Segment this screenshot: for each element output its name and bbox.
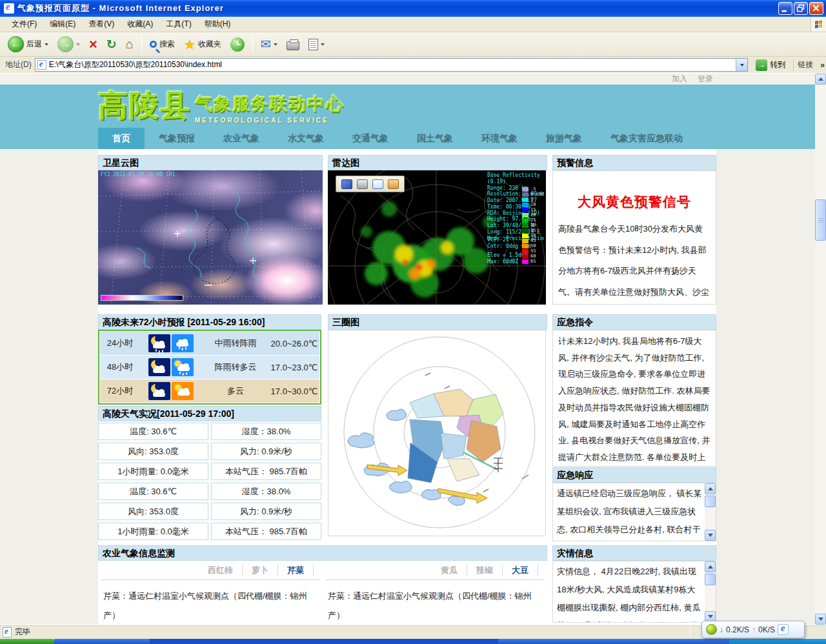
nav-hydrology[interactable]: 水文气象 [274,128,338,149]
forecast-row-24h: 24小时 中雨转阵雨 20.0~26.0℃ [100,332,319,355]
nav-traffic[interactable]: 交通气象 [338,128,403,149]
cloud-rain-icon [172,334,194,352]
radar-title: 雷达图 [328,155,547,170]
links-more-chevron[interactable]: » [820,61,825,70]
search-icon [150,41,157,48]
forecast-desc: 阵雨转多云 [202,361,269,373]
download-speed: 0.2K/S [726,625,749,634]
live-cell: 风向: 353.0度 [98,443,208,460]
scroll-thumb[interactable] [815,199,826,241]
favorites-button[interactable]: 收藏夹 [180,35,225,54]
mail-dropdown-icon[interactable] [274,43,277,46]
refresh-button[interactable] [103,35,121,54]
agri-right-content: 芹菜：通远仁村温室小气候观测点（四代棚/棚膜：锦州产） [325,580,545,625]
print-icon[interactable] [357,179,368,189]
net-speed-widget[interactable]: ↓ 0.2K/S ↑ 0K/S [701,621,805,638]
agri-left-content: 芹菜：通远仁村温室小气候观测点（四代棚/棚膜：锦州产） [101,580,320,625]
taskbar-task-button[interactable] [150,639,498,644]
edit-button[interactable] [305,37,328,52]
radar-panel: 雷达图 [328,155,547,305]
satellite-panel: 卫星云图 [98,155,323,305]
nav-environment[interactable]: 环境气象 [467,128,532,149]
nav-land[interactable]: 国土气象 [403,128,467,149]
scroll-down-icon[interactable] [815,614,826,625]
menu-file[interactable]: 文件(F) [5,17,43,32]
close-button[interactable] [809,2,823,15]
nav-home[interactable]: 首页 [98,128,145,149]
forecast-temp: 17.0~23.0℃ [269,363,319,372]
command-title: 应急指令 [552,314,716,330]
title-bar: 气象预报页面原型 - Microsoft Internet Explorer [0,0,826,17]
print-button[interactable] [283,37,303,52]
scroll-thumb[interactable] [705,574,716,585]
join-link[interactable]: 加入 [672,74,687,85]
tab-soybean[interactable]: 大豆 [503,565,538,576]
scroll-up-icon[interactable] [705,561,716,572]
home-button[interactable] [122,35,137,54]
tab-radish[interactable]: 萝卜 [243,565,278,576]
browser-scrollbar[interactable] [815,74,826,625]
edit-dropdown-icon[interactable] [321,43,325,46]
export-icon[interactable] [388,179,399,189]
rings-map-title: 三圈图 [328,314,547,330]
search-button[interactable]: 搜索 [146,37,179,52]
ie-app-icon [4,3,14,14]
start-button[interactable] [0,639,54,644]
save-icon[interactable] [341,179,352,189]
tab-tomato[interactable]: 西红柿 [199,565,243,576]
history-icon [230,37,245,52]
menu-help[interactable]: 帮助(H) [198,17,237,32]
back-icon [8,36,24,52]
forecast-period: 48小时 [100,361,140,373]
menu-edit[interactable]: 编辑(E) [43,17,82,32]
menu-view[interactable]: 查看(V) [82,17,121,32]
windows-logo-icon [811,17,826,32]
address-field[interactable] [35,58,749,72]
forward-icon [57,36,74,52]
forward-dropdown-icon[interactable] [76,43,80,46]
menu-favorites[interactable]: 收藏(A) [121,17,159,32]
window-title: 气象预报页面原型 - Microsoft Internet Explorer [17,3,777,14]
login-link[interactable]: 登录 [698,74,713,85]
site-header: 高陵县 气象服务联动中心 METEOROLOGICAL SERVICE 首页 气… [0,85,815,149]
minimize-button[interactable] [778,2,792,15]
scroll-up-icon[interactable] [705,483,716,494]
links-bar[interactable]: 链接 [793,59,817,72]
agri-right-tabs: 黄瓜 辣椒 大豆 [325,561,545,580]
address-input[interactable] [49,61,736,70]
mail-button[interactable] [257,35,281,54]
tab-celery[interactable]: 芹菜 [278,565,314,576]
back-button[interactable]: 后退 [4,34,52,54]
live-cell: 风力: 0.9米/秒 [211,503,321,520]
response-scrollbar[interactable] [705,483,716,541]
go-button[interactable]: 转到 [751,58,790,72]
agri-panel: 农业气象信息监测 西红柿 萝卜 芹菜 芹菜：通远仁村温室小气候观测点（四代棚/棚… [98,545,547,625]
restore-button[interactable] [794,2,808,15]
disaster-scrollbar[interactable] [705,561,716,622]
forward-button[interactable] [54,34,84,54]
scroll-down-icon[interactable] [705,530,716,541]
mail-icon[interactable] [372,179,383,189]
favorites-label: 收藏夹 [198,39,221,50]
menu-tools[interactable]: 工具(T) [159,17,197,32]
toolbar: 后退 搜索 收藏夹 [0,32,826,57]
nav-agriculture[interactable]: 农业气象 [209,128,274,149]
sun-cloud-rain-icon [172,358,194,376]
mail-icon [261,37,271,52]
nav-weather-forecast[interactable]: 气象预报 [145,128,209,149]
scroll-up-icon[interactable] [815,74,826,85]
warning-panel: 预警信息 大风黄色预警信号 高陵县气象台今天10时30分发布大风黄色预警信号：预… [552,155,716,305]
satellite-image: FY2 2011-05-29 16:00 IR1 [98,170,323,305]
system-tray [729,639,826,644]
nav-tourism[interactable]: 旅游气象 [532,128,596,149]
address-dropdown-button[interactable] [736,59,747,71]
nav-disaster-linkage[interactable]: 气象灾害应急联动 [596,128,697,149]
history-button[interactable] [227,35,248,54]
stop-button[interactable] [85,36,101,53]
scroll-thumb[interactable] [705,496,716,507]
tab-pepper[interactable]: 辣椒 [467,565,503,576]
agri-title: 农业气象信息监测 [98,545,547,561]
back-dropdown-icon[interactable] [45,43,48,46]
go-label: 转到 [770,59,785,70]
tab-cucumber[interactable]: 黄瓜 [432,565,467,576]
